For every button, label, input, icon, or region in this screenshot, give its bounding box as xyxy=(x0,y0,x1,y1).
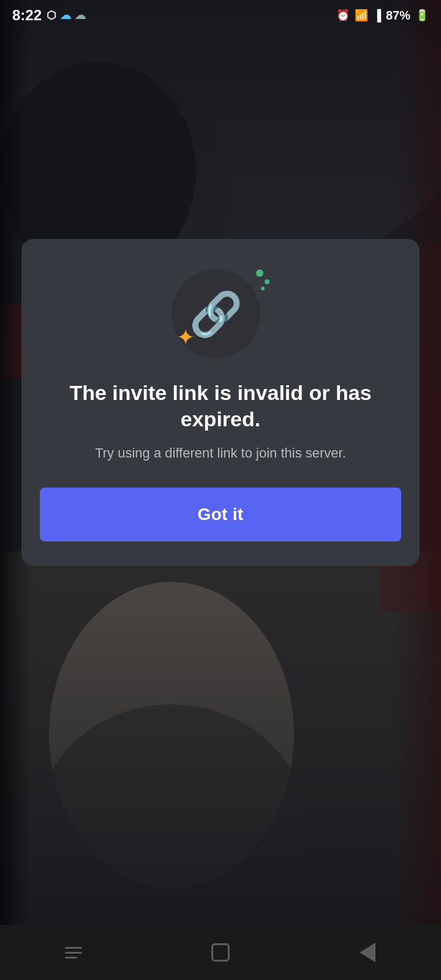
teal-sparkles-icon xyxy=(256,270,270,290)
status-left: 8:22 ⬡ ☁ ☁ xyxy=(12,7,86,24)
status-icons: ⬡ ☁ ☁ xyxy=(47,9,86,22)
battery-text: 87% xyxy=(386,9,410,23)
back-button[interactable] xyxy=(349,934,386,971)
dialog-title: The invite link is invalid or has expire… xyxy=(40,380,401,432)
teal-dot-large xyxy=(256,270,263,277)
cloud-upload-icon: ☁ xyxy=(60,9,71,22)
cloud-icon: ☁ xyxy=(75,9,86,22)
home-icon xyxy=(211,943,230,962)
recent-apps-button[interactable] xyxy=(55,934,92,971)
recent-apps-icon xyxy=(65,947,82,959)
teal-dot-small xyxy=(265,279,270,284)
got-it-button[interactable]: Got it xyxy=(40,488,401,541)
nav-line-1 xyxy=(65,947,82,949)
battery-icon: 🔋 xyxy=(415,9,429,22)
back-icon xyxy=(360,943,375,962)
error-dialog: 🔗 ✦ The invite link is invalid or has ex… xyxy=(21,239,420,566)
status-bar: 8:22 ⬡ ☁ ☁ ⏰ 📶 ▐ 87% 🔋 xyxy=(0,0,441,31)
navigation-bar xyxy=(0,925,441,980)
alarm-icon: ⏰ xyxy=(336,9,350,22)
chain-link-icon: 🔗 xyxy=(189,289,243,339)
status-time: 8:22 xyxy=(12,7,42,24)
dialog-icon-area: 🔗 ✦ xyxy=(172,263,270,361)
status-right: ⏰ 📶 ▐ 87% 🔋 xyxy=(336,9,429,23)
dialog-subtitle: Try using a different link to join this … xyxy=(95,444,346,463)
signal-icon: ▐ xyxy=(373,9,381,22)
notification-icon: ⬡ xyxy=(47,9,56,22)
gold-sparkle-icon: ✦ xyxy=(176,325,195,350)
nav-line-2 xyxy=(65,952,82,954)
teal-dot-tiny xyxy=(261,287,265,290)
home-button[interactable] xyxy=(202,934,239,971)
nav-line-3 xyxy=(65,957,77,959)
wifi-icon: 📶 xyxy=(355,9,368,22)
